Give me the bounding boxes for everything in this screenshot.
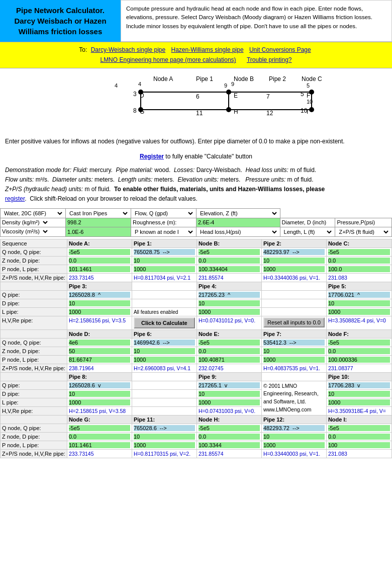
pipe7-Q-input[interactable]: [263, 340, 325, 346]
nodeI-Q-input[interactable]: [328, 425, 390, 431]
pipe1-ZPS: H=0.8117034 psi, V=2.1: [134, 275, 190, 281]
nodeE-P-input[interactable]: [199, 357, 260, 363]
nodeD-Q-input[interactable]: [69, 340, 130, 346]
pipe1-Q-input[interactable]: [134, 249, 195, 255]
pipe4-D-input[interactable]: [199, 300, 260, 306]
nodeE-Z-input[interactable]: [199, 348, 260, 354]
pipe7-D-input[interactable]: [263, 348, 325, 354]
density-input[interactable]: [67, 219, 123, 225]
nodeI-P-input[interactable]: [328, 442, 390, 448]
pipe2-Q-input[interactable]: [263, 249, 325, 255]
pipe5-Q-input[interactable]: [328, 292, 390, 298]
pipe3-Q-input[interactable]: [69, 292, 130, 298]
length-unit-select[interactable]: Length, L (ft): [282, 228, 334, 235]
nav-hazen-single[interactable]: Hazen-Williams single pipe: [171, 46, 244, 53]
pipe5-D-input[interactable]: [328, 300, 390, 306]
reset-button[interactable]: Reset all inputs to 0.0: [263, 317, 325, 327]
pipe9-D-input[interactable]: [199, 391, 260, 397]
nodeA-Q-input[interactable]: [69, 249, 130, 255]
header-description: Compute pressure and hydraulic head at e…: [121, 0, 392, 42]
flow-unit-select[interactable]: Flow, Q (gpd): [133, 210, 194, 217]
pipe12-D-input[interactable]: [263, 434, 325, 440]
nav-conversions[interactable]: Unit Conversions Page: [249, 46, 311, 53]
pipe12-L-input[interactable]: [263, 442, 325, 448]
pipe6-Q-input[interactable]: [134, 340, 195, 346]
nodeG-P-input[interactable]: [69, 442, 130, 448]
nodeA-header: Node A:: [67, 239, 132, 247]
pipe1-L-input[interactable]: [134, 266, 195, 272]
pipe3-D-input[interactable]: [69, 300, 130, 306]
pipe4-Q-input[interactable]: [199, 292, 260, 298]
nodeD-P-input[interactable]: [69, 357, 130, 363]
nodeG-Z-input[interactable]: [69, 434, 130, 440]
pipe11-D-input[interactable]: [134, 434, 195, 440]
pipe2-L-input[interactable]: [263, 266, 325, 272]
pipe6-D-input[interactable]: [134, 348, 195, 354]
flow-unit-cell[interactable]: Flow, Q (gpd): [131, 208, 197, 218]
nodeC-Q-input[interactable]: [328, 249, 390, 255]
nav-trouble-printing[interactable]: Trouble printing?: [247, 56, 292, 63]
nodeF-P-input[interactable]: [328, 357, 390, 363]
nodeH-Z-input[interactable]: [199, 434, 260, 440]
svg-text:12: 12: [266, 110, 273, 117]
pipe8-Q-input[interactable]: [69, 382, 130, 388]
pipe6-L-input[interactable]: [134, 357, 195, 363]
pipe7-L-input[interactable]: [263, 357, 325, 363]
register-link-2[interactable]: register: [5, 195, 25, 202]
known-node-select[interactable]: P known at node I: [133, 228, 194, 235]
pipe3-L-input[interactable]: [69, 309, 130, 315]
density-unit-select[interactable]: [41, 219, 49, 226]
pipe11-L-input[interactable]: [134, 442, 195, 448]
pipe1-D-input[interactable]: [134, 258, 195, 264]
nodeH-P-input[interactable]: [199, 442, 260, 448]
nodeE-Q-input[interactable]: [199, 340, 260, 346]
pipe2-D-input[interactable]: [263, 258, 325, 264]
nodeC-P-input[interactable]: [328, 266, 390, 272]
register-link[interactable]: Register: [140, 153, 164, 160]
nodeD-Z-input[interactable]: [69, 348, 130, 354]
pipe10-L-input[interactable]: [328, 399, 390, 405]
zps-unit-select[interactable]: Z+P/S (ft fluid): [337, 228, 390, 235]
fluid-select-cell[interactable]: Water, 20C (68F): [1, 208, 66, 218]
pipe8-D-input[interactable]: [69, 391, 130, 397]
nodeB-P-input[interactable]: [199, 266, 260, 272]
pipe11-Q-input[interactable]: [134, 425, 195, 431]
pipe9-Q-input[interactable]: [199, 382, 260, 388]
nav-lmno-home[interactable]: LMNO Engineering home page (more calcula…: [100, 56, 236, 63]
svg-text:8: 8: [133, 107, 137, 114]
pipe4-L-input[interactable]: [199, 309, 260, 315]
P-label: P node, L pipe:: [1, 265, 67, 273]
elevation-unit-cell[interactable]: Elevation, Z (ft): [197, 208, 280, 218]
svg-point-29: [138, 107, 143, 112]
pipe-material-select[interactable]: Cast Iron Pipes: [67, 210, 129, 217]
pipe12-Q-input[interactable]: [263, 425, 325, 431]
pipe10-Q-input[interactable]: [328, 382, 390, 388]
nodeB-Z-input[interactable]: [199, 258, 260, 264]
viscosity-unit-select[interactable]: [41, 228, 49, 235]
nodeI-Z-input[interactable]: [328, 434, 390, 440]
nodeG-Q-input[interactable]: [69, 425, 130, 431]
nav-darcy-single[interactable]: Darcy-Weisbach single pipe: [91, 46, 166, 53]
nodeA-P-input[interactable]: [69, 266, 130, 272]
viscosity-input[interactable]: [67, 229, 123, 235]
nodeF-Z-input[interactable]: [328, 348, 390, 354]
nodeF-Q-input[interactable]: [328, 340, 390, 346]
nodeD-header: Node D:: [67, 329, 132, 338]
pipe10-D-input[interactable]: [328, 391, 390, 397]
svg-text:7: 7: [266, 93, 270, 100]
nodeH-Q-input[interactable]: [199, 425, 260, 431]
calculate-button[interactable]: Click to Calculate: [134, 317, 195, 328]
nodeB-Q-input[interactable]: [199, 249, 260, 255]
head-loss-unit-select[interactable]: Head loss,H(psi): [198, 228, 278, 235]
svg-point-26: [138, 90, 143, 95]
pipe-material-cell[interactable]: Cast Iron Pipes: [66, 208, 131, 218]
pipe8-L-input[interactable]: [69, 399, 130, 405]
Z-row-1: Z node, D pipe:: [1, 256, 392, 265]
nodeA-Z-input[interactable]: [69, 258, 130, 264]
pipe5-L-input[interactable]: [328, 309, 390, 315]
nodeC-Z-input[interactable]: [328, 258, 390, 264]
elevation-unit-select[interactable]: Elevation, Z (ft): [198, 210, 278, 217]
roughness-input[interactable]: [198, 219, 270, 225]
fluid-select[interactable]: Water, 20C (68F): [2, 210, 64, 217]
pipe9-L-input[interactable]: [199, 399, 260, 405]
